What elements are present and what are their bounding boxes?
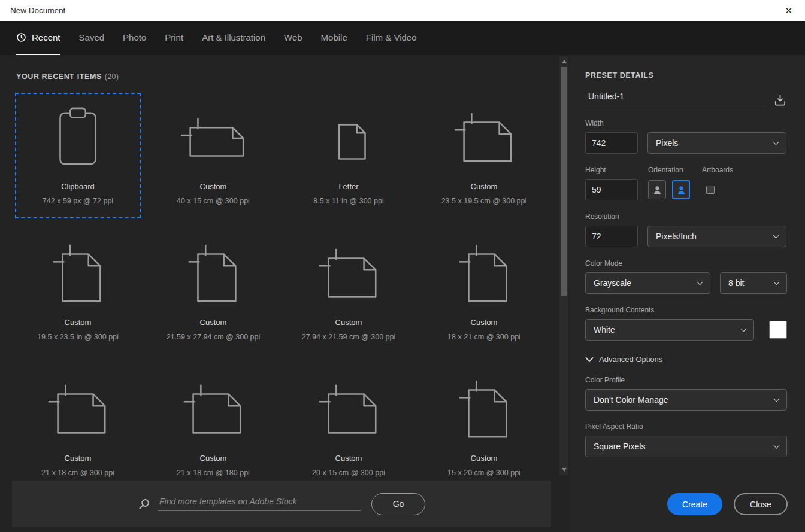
scrollbar[interactable]	[559, 56, 568, 475]
color-profile-dropdown[interactable]: Don’t Color Manage	[585, 389, 787, 411]
window-titlebar: New Document ✕	[0, 0, 805, 21]
tab-recent[interactable]: Recent	[16, 21, 60, 55]
tab-label: Web	[284, 32, 302, 42]
search-input[interactable]	[158, 497, 361, 511]
chevron-down-icon	[774, 396, 780, 402]
item-spec: 20 x 15 cm @ 300 ppi	[312, 469, 385, 477]
advanced-options-toggle[interactable]: Advanced Options	[585, 355, 787, 364]
color-mode-label: Color Mode	[585, 259, 787, 267]
tab-web[interactable]: Web	[284, 21, 302, 55]
background-color-swatch[interactable]	[769, 321, 787, 339]
height-label: Height	[585, 166, 648, 174]
recent-item-custom[interactable]: Custom19.5 x 23.5 in @ 300 ppi	[15, 229, 141, 354]
document-name-row	[585, 92, 787, 107]
doc-landscape-icon	[310, 236, 387, 312]
item-spec: 18 x 21 cm @ 300 ppi	[447, 333, 520, 341]
recent-item-custom[interactable]: Custom15 x 20 cm @ 300 ppi	[421, 364, 547, 490]
item-spec: 21.59 x 27.94 cm @ 300 ppi	[167, 333, 261, 341]
create-button[interactable]: Create	[667, 493, 722, 515]
item-name: Custom	[335, 454, 362, 463]
artboards-checkbox[interactable]	[706, 186, 715, 194]
close-button[interactable]: Close	[734, 493, 788, 515]
item-name: Custom	[335, 318, 362, 327]
item-name: Custom	[471, 182, 498, 191]
item-name: Custom	[471, 318, 498, 327]
tab-film-video[interactable]: Film & Video	[366, 21, 417, 55]
background-contents-dropdown[interactable]: White	[585, 319, 754, 341]
scrollbar-thumb[interactable]	[561, 67, 567, 296]
tab-print[interactable]: Print	[165, 21, 183, 55]
tab-label: Film & Video	[366, 32, 417, 42]
chevron-down-icon	[585, 357, 594, 363]
scroll-up-icon[interactable]	[562, 60, 567, 63]
resolution-label: Resolution	[585, 212, 787, 221]
item-spec: 19.5 x 23.5 in @ 300 ppi	[37, 333, 119, 341]
recent-item-clipboard[interactable]: Clipboard742 x 59 px @ 72 ppi	[15, 93, 141, 218]
recent-item-custom[interactable]: Custom23.5 x 19.5 cm @ 300 ppi	[421, 93, 547, 218]
recent-item-custom[interactable]: Custom21 x 18 cm @ 180 ppi	[150, 364, 276, 490]
doc-landscape-icon	[446, 100, 522, 177]
item-spec: 23.5 x 19.5 cm @ 300 ppi	[441, 197, 527, 205]
orientation-portrait-button[interactable]	[648, 180, 666, 199]
recent-items-header: YOUR RECENT ITEMS(20)	[16, 72, 570, 81]
tab-art-illustration[interactable]: Art & Illustration	[202, 21, 265, 55]
item-name: Clipboard	[61, 182, 95, 191]
item-spec: 15 x 20 cm @ 300 ppi	[447, 469, 520, 477]
item-spec: 27.94 x 21.59 cm @ 300 ppi	[302, 333, 396, 341]
recent-items-section: YOUR RECENT ITEMS(20) Clipboard742 x 59 …	[0, 55, 570, 532]
resolution-unit-value: Pixels/Inch	[656, 232, 697, 241]
item-name: Letter	[338, 182, 358, 191]
preset-details-title: PRESET DETAILS	[585, 71, 787, 80]
orientation-group	[648, 180, 690, 199]
resolution-input[interactable]	[585, 226, 638, 247]
recent-item-custom[interactable]: Custom18 x 21 cm @ 300 ppi	[421, 229, 547, 354]
item-name: Custom	[200, 454, 227, 463]
tab-label: Mobile	[321, 32, 347, 42]
pixel-aspect-ratio-row: Square Pixels	[585, 436, 787, 457]
color-mode-row: Grayscale 8 bit	[585, 272, 787, 294]
recent-item-custom[interactable]: Custom20 x 15 cm @ 300 ppi	[286, 364, 411, 490]
stock-search-bar: Go	[12, 481, 551, 527]
recent-items-grid: Clipboard742 x 59 px @ 72 ppiCustom40 x …	[15, 93, 547, 490]
recent-item-custom[interactable]: Custom21 x 18 cm @ 300 ppi	[15, 364, 141, 490]
doc-portrait-icon	[446, 236, 522, 312]
tab-photo[interactable]: Photo	[123, 21, 146, 55]
resolution-row: Pixels/Inch	[585, 226, 787, 247]
chevron-down-icon	[774, 279, 780, 285]
background-contents-label: Background Contents	[585, 306, 787, 314]
width-unit-dropdown[interactable]: Pixels	[647, 132, 786, 154]
orientation-landscape-button[interactable]	[672, 180, 690, 199]
recent-item-custom[interactable]: Custom40 x 15 cm @ 300 ppi	[150, 93, 276, 218]
color-profile-row: Don’t Color Manage	[585, 389, 787, 411]
save-preset-icon[interactable]	[773, 93, 787, 107]
chevron-down-icon	[697, 279, 703, 285]
clipboard-icon	[40, 100, 116, 177]
resolution-unit-dropdown[interactable]: Pixels/Inch	[647, 226, 786, 247]
height-input[interactable]	[585, 179, 638, 200]
color-profile-value: Don’t Color Manage	[594, 395, 668, 405]
person-icon	[677, 185, 686, 195]
chevron-down-icon	[773, 139, 779, 145]
tab-saved[interactable]: Saved	[79, 21, 105, 55]
pixel-aspect-ratio-label: Pixel Aspect Ratio	[585, 422, 787, 431]
width-unit-value: Pixels	[656, 138, 678, 148]
scroll-down-icon[interactable]	[562, 468, 567, 472]
document-name-input[interactable]	[585, 92, 764, 107]
doc-letter-icon	[310, 100, 387, 177]
tab-label: Recent	[32, 32, 60, 42]
go-button[interactable]: Go	[371, 493, 425, 515]
item-spec: 40 x 15 cm @ 300 ppi	[177, 197, 250, 205]
orientation-label: Orientation	[648, 166, 702, 174]
pixel-aspect-ratio-dropdown[interactable]: Square Pixels	[585, 436, 787, 457]
color-mode-dropdown[interactable]: Grayscale	[585, 272, 710, 294]
close-icon[interactable]: ✕	[782, 5, 795, 16]
doc-wide-icon	[175, 100, 252, 177]
recent-item-custom[interactable]: Custom27.94 x 21.59 cm @ 300 ppi	[286, 229, 411, 354]
width-input[interactable]	[585, 132, 638, 154]
tab-mobile[interactable]: Mobile	[321, 21, 347, 55]
doc-portrait-icon	[40, 236, 116, 312]
recent-item-letter[interactable]: Letter8.5 x 11 in @ 300 ppi	[286, 93, 411, 218]
recent-item-custom[interactable]: Custom21.59 x 27.94 cm @ 300 ppi	[150, 229, 276, 354]
bit-depth-dropdown[interactable]: 8 bit	[720, 272, 787, 294]
window-title: New Document	[10, 6, 65, 15]
